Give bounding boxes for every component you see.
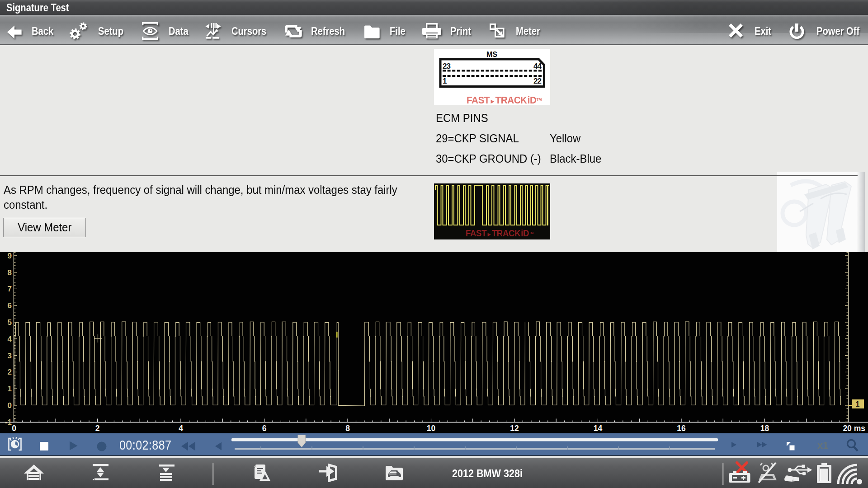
svg-text:8: 8 [8,268,12,277]
svg-text:3: 3 [8,352,12,360]
svg-text:12: 12 [510,424,519,433]
svg-text:18: 18 [760,424,769,433]
svg-text:10: 10 [427,424,436,433]
svg-text:0: 0 [12,424,16,433]
svg-text:7: 7 [8,285,12,293]
svg-text:4: 4 [8,335,12,343]
svg-text:5: 5 [8,318,12,327]
svg-text:6: 6 [8,301,12,310]
svg-text:1: 1 [856,400,860,408]
svg-text:22: 22 [533,77,541,85]
svg-text:2: 2 [8,368,12,376]
svg-text:-1: -1 [5,418,12,427]
svg-text:1: 1 [8,385,12,393]
svg-text:x1: x1 [817,440,828,451]
svg-text:6: 6 [262,424,267,433]
svg-text:14: 14 [594,424,603,433]
svg-text:0: 0 [8,401,12,410]
svg-text:9: 9 [8,252,12,260]
svg-text:2: 2 [95,424,100,433]
svg-text:4: 4 [179,424,183,433]
svg-text:20 ms: 20 ms [843,424,865,433]
svg-text:44: 44 [533,62,542,70]
svg-text:23: 23 [443,62,450,70]
svg-text:16: 16 [677,424,686,433]
svg-text:MS: MS [486,51,497,58]
svg-text:1: 1 [443,77,447,85]
svg-text:8: 8 [345,424,350,433]
